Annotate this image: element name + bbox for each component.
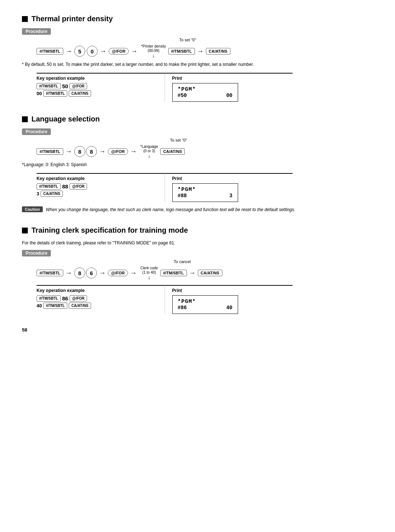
flow-thermal: To set "0" #/TM/SBTL → 5 0 → @/FOR → *Pr… <box>37 44 373 58</box>
print-output-training: *PGM* #86 40 <box>172 295 238 314</box>
print-vals-language: #88 3 <box>178 193 233 199</box>
circles-88: 8 8 <box>74 146 97 157</box>
training-example-table: Key operation example #/TM/SBTL 86 @/FOR… <box>37 285 293 314</box>
arrow-lang1: → <box>65 148 72 156</box>
key-op-col-language: Key operation example #/TM/SBTL 88 @/FOR… <box>37 173 165 202</box>
key-ca-at-ns-1: CA/AT/NS <box>206 48 230 55</box>
circles-86: 8 6 <box>74 267 97 278</box>
key-tm-sbtl-train2: #/TM/SBTL <box>160 270 187 276</box>
arrow3: → <box>131 48 138 55</box>
print-code-thermal: #50 <box>178 93 187 98</box>
print-vals-training: #86 40 <box>178 305 233 311</box>
key-tm-sbtl-2: #/TM/SBTL <box>168 48 195 55</box>
procedure-badge-thermal: Procedure <box>22 28 373 38</box>
language-note: *Language: 0: English 3: Spanish <box>22 161 373 168</box>
print-output-thermal: *PGM* #50 00 <box>172 83 238 102</box>
key-8a: 8 <box>74 146 85 157</box>
flow-language: To set "0" #/TM/SBTL → 8 8 → @/FOR → *La… <box>37 145 373 158</box>
training-title: Training clerk specification for trainin… <box>22 226 373 235</box>
thermal-note: * By default, 50 is set. To make the pri… <box>22 61 373 68</box>
key-op-col-thermal: Key operation example #/TM/SBTL 50 @/FOR… <box>37 73 165 102</box>
keyop-line1-language: #/TM/SBTL 88 @/FOR <box>37 183 157 190</box>
keyop-line2-training: 40 #/TM/SBTL CA/AT/NS <box>37 303 157 309</box>
arrow-train1: → <box>65 269 72 277</box>
procedure-badge-language: Procedure <box>22 128 373 138</box>
arrow1: → <box>65 48 72 55</box>
print-header-thermal: Print <box>172 76 293 81</box>
thermal-section: Thermal printer density Procedure To set… <box>22 15 373 102</box>
procedure-badge-training: Procedure <box>22 250 373 259</box>
keyop-line2-language: 3 CA/AT/NS <box>37 191 157 197</box>
key-0: 0 <box>87 46 98 57</box>
key-for-1: @/FOR <box>109 48 129 55</box>
page-number: 58 <box>22 327 373 333</box>
key-5: 5 <box>74 46 85 57</box>
keyop-line1-training: #/TM/SBTL 86 @/FOR <box>37 295 157 301</box>
caution-text: When you change the language, the text s… <box>46 206 295 213</box>
clerk-code-box: Clerk code(1 to 40) ↓ <box>140 266 158 280</box>
pgm-line-thermal: *PGM* <box>178 86 233 93</box>
thermal-title: Thermal printer density <box>22 15 373 23</box>
keyop-line2-thermal: 00 #/TM/SBTL CA/AT/NS <box>37 90 157 97</box>
to-set-label-language: To set "0" <box>170 138 187 142</box>
arrow-lang2: → <box>99 148 106 156</box>
key-op-header-thermal: Key operation example <box>37 76 157 81</box>
training-intro: For the details of clerk training, pleas… <box>22 240 373 246</box>
caution-box: Caution When you change the language, th… <box>22 206 373 213</box>
print-code-training: #86 <box>178 305 187 311</box>
caution-badge: Caution <box>22 206 43 212</box>
language-section: Language selection Procedure To set "0" … <box>22 115 373 213</box>
arrow-train2: → <box>99 269 106 277</box>
print-header-language: Print <box>172 176 293 181</box>
key-op-col-training: Key operation example #/TM/SBTL 86 @/FOR… <box>37 285 165 314</box>
print-val-language: 3 <box>229 193 232 199</box>
thermal-example-table: Key operation example #/TM/SBTL 50 @/FOR… <box>37 73 293 102</box>
arrow-lang3: → <box>130 148 137 156</box>
language-title: Language selection <box>22 115 373 123</box>
print-code-language: #88 <box>178 193 187 199</box>
arrow4: → <box>197 48 204 55</box>
key-for-train: @/FOR <box>108 270 128 276</box>
key-6-train: 6 <box>86 267 97 278</box>
print-vals-thermal: #50 00 <box>178 93 233 98</box>
keyop-line1-thermal: #/TM/SBTL 50 @/FOR <box>37 83 157 89</box>
key-ca-at-ns-train: CA/AT/NS <box>198 270 222 276</box>
key-op-header-language: Key operation example <box>37 176 157 181</box>
key-ca-at-ns-lang: CA/AT/NS <box>160 148 185 155</box>
print-col-language: Print *PGM* #88 3 <box>165 173 293 202</box>
print-val-training: 40 <box>226 305 233 311</box>
to-cancel-label-training: To cancel <box>174 259 191 264</box>
print-output-language: *PGM* #88 3 <box>172 183 238 202</box>
arrow-train3: → <box>130 269 137 277</box>
to-set-label-thermal: To set "0" <box>179 38 196 42</box>
key-op-header-training: Key operation example <box>37 288 157 293</box>
pgm-line-language: *PGM* <box>178 187 233 193</box>
print-col-thermal: Print *PGM* #50 00 <box>165 73 293 102</box>
flow-training: To cancel #/TM/SBTL → 8 6 → @/FOR → Cler… <box>37 266 373 280</box>
key-8-train: 8 <box>74 267 85 278</box>
training-section: Training clerk specification for trainin… <box>22 226 373 314</box>
key-8b: 8 <box>86 146 97 157</box>
printer-density-box: *Printer density(00-99) ↓ <box>141 44 166 58</box>
key-tm-sbtl-train: #/TM/SBTL <box>37 270 63 276</box>
language-example-table: Key operation example #/TM/SBTL 88 @/FOR… <box>37 173 293 202</box>
key-tm-sbtl-1: #/TM/SBTL <box>37 48 63 55</box>
print-val-thermal: 00 <box>226 93 233 98</box>
language-box: *Language(0 or 3) ↓ <box>140 145 158 158</box>
print-header-training: Print <box>172 288 293 293</box>
key-tm-sbtl-lang: #/TM/SBTL <box>37 148 63 155</box>
arrow2: → <box>100 48 106 55</box>
arrow-train4: → <box>189 269 196 277</box>
key-for-lang: @/FOR <box>108 148 128 155</box>
pgm-line-training: *PGM* <box>178 299 233 305</box>
print-col-training: Print *PGM* #86 40 <box>165 285 293 314</box>
